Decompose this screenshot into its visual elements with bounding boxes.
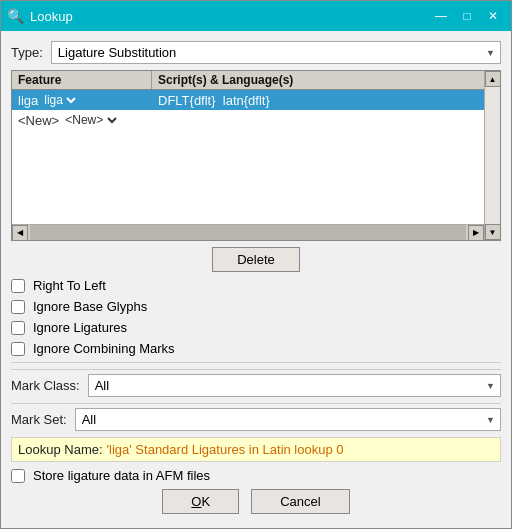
mark-class-row: Mark Class: All	[11, 369, 501, 397]
store-ligature-label: Store ligature data in AFM files	[33, 468, 210, 483]
mark-class-select-wrapper: All	[88, 374, 501, 397]
mark-class-label: Mark Class:	[11, 378, 80, 393]
ignore-ligatures-checkbox[interactable]	[11, 321, 25, 335]
vertical-scrollbar[interactable]: ▲ ▼	[484, 71, 500, 240]
window-title: Lookup	[30, 9, 429, 24]
window-icon: 🔍	[7, 8, 24, 24]
ignore-combining-marks-label: Ignore Combining Marks	[33, 341, 175, 356]
feature-table-container: Feature Script(s) & Language(s) liga lig…	[11, 70, 501, 241]
horizontal-scrollbar[interactable]: ◀ ▶	[12, 224, 484, 240]
ignore-base-glyphs-label: Ignore Base Glyphs	[33, 299, 147, 314]
ilig-checkbox-row: Ignore Ligatures	[11, 320, 501, 335]
h-scroll-track[interactable]	[30, 225, 466, 240]
v-scroll-track	[485, 87, 500, 224]
ignore-ligatures-label: Ignore Ligatures	[33, 320, 127, 335]
ibg-checkbox-row: Ignore Base Glyphs	[11, 299, 501, 314]
type-row: Type: Ligature Substitution Single Subst…	[11, 41, 501, 64]
feature-cell-liga: liga liga	[12, 90, 152, 110]
store-checkbox-row: Store ligature data in AFM files	[11, 468, 501, 483]
ok-underline: OK	[191, 494, 210, 509]
type-select-wrapper: Ligature Substitution Single Substitutio…	[51, 41, 501, 64]
feature-dropdown-liga[interactable]: liga	[40, 92, 79, 108]
scripts-cell-liga: DFLT{dflt} latn{dflt}	[152, 91, 484, 110]
table-inner: Feature Script(s) & Language(s) liga lig…	[12, 71, 484, 240]
table-header: Feature Script(s) & Language(s)	[12, 71, 484, 90]
content-area: Type: Ligature Substitution Single Subst…	[1, 31, 511, 528]
mark-set-select[interactable]: All	[75, 408, 501, 431]
table-body: liga liga DFLT{dflt} latn{dflt} <New>	[12, 90, 484, 224]
col-feature-header: Feature	[12, 71, 152, 89]
lookup-name-value: 'liga' Standard Ligatures in Latin looku…	[107, 442, 344, 457]
mark-class-select[interactable]: All	[88, 374, 501, 397]
col-scripts-header: Script(s) & Language(s)	[152, 71, 484, 89]
type-select[interactable]: Ligature Substitution Single Substitutio…	[51, 41, 501, 64]
rtl-label: Right To Left	[33, 278, 106, 293]
delete-button[interactable]: Delete	[212, 247, 300, 272]
store-ligature-checkbox[interactable]	[11, 469, 25, 483]
feature-value-liga: liga	[18, 93, 38, 108]
divider1	[11, 362, 501, 363]
maximize-button[interactable]: □	[455, 7, 479, 25]
rtl-checkbox-row: Right To Left	[11, 278, 501, 293]
mark-set-label: Mark Set:	[11, 412, 67, 427]
cancel-button[interactable]: Cancel	[251, 489, 349, 514]
feature-dropdown-new[interactable]: <New>	[61, 112, 120, 128]
buttons-row: OK Cancel	[11, 489, 501, 518]
feature-cell-new: <New> <New>	[12, 110, 152, 130]
titlebar-buttons: — □ ✕	[429, 7, 505, 25]
main-window: 🔍 Lookup — □ ✕ Type: Ligature Substituti…	[0, 0, 512, 529]
feature-value-new: <New>	[18, 113, 59, 128]
scroll-left-button[interactable]: ◀	[12, 225, 28, 241]
scroll-down-button[interactable]: ▼	[485, 224, 501, 240]
close-button[interactable]: ✕	[481, 7, 505, 25]
scroll-right-button[interactable]: ▶	[468, 225, 484, 241]
icm-checkbox-row: Ignore Combining Marks	[11, 341, 501, 356]
scripts-cell-new	[152, 118, 484, 122]
minimize-button[interactable]: —	[429, 7, 453, 25]
ok-button[interactable]: OK	[162, 489, 239, 514]
titlebar: 🔍 Lookup — □ ✕	[1, 1, 511, 31]
mark-set-select-wrapper: All	[75, 408, 501, 431]
rtl-checkbox[interactable]	[11, 279, 25, 293]
table-row[interactable]: liga liga DFLT{dflt} latn{dflt}	[12, 90, 484, 110]
ignore-combining-marks-checkbox[interactable]	[11, 342, 25, 356]
lookup-name-label: Lookup Name:	[18, 442, 103, 457]
type-label: Type:	[11, 45, 43, 60]
delete-row: Delete	[11, 247, 501, 272]
table-row[interactable]: <New> <New>	[12, 110, 484, 130]
ignore-base-glyphs-checkbox[interactable]	[11, 300, 25, 314]
lookup-name-row: Lookup Name: 'liga' Standard Ligatures i…	[11, 437, 501, 462]
scroll-up-button[interactable]: ▲	[485, 71, 501, 87]
mark-set-row: Mark Set: All	[11, 403, 501, 431]
